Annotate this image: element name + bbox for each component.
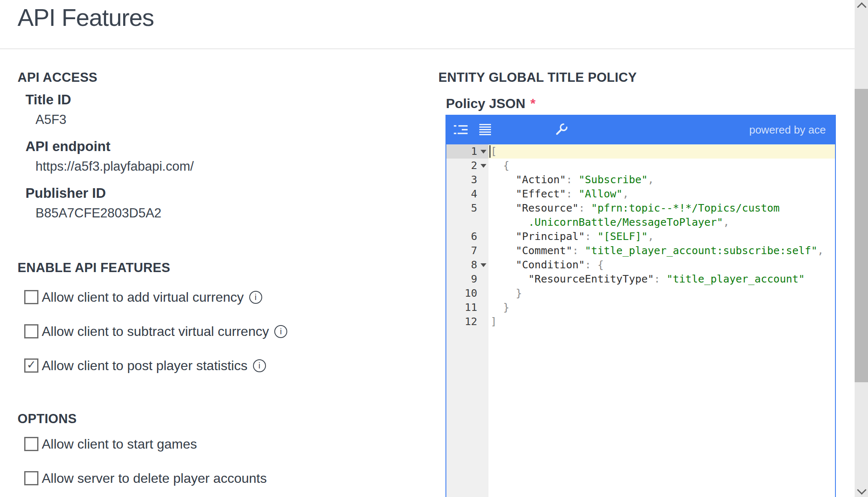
code-token: [: [491, 145, 497, 157]
code-line[interactable]: {: [488, 159, 835, 173]
ace-editor[interactable]: 123456789101112 [ { "Action": "Subscribe…: [446, 144, 835, 497]
checkbox-label: Allow client to subtract virtual currenc…: [42, 324, 269, 339]
policy-json-editor: powered by ace 123456789101112 [ { "Acti…: [445, 115, 836, 497]
api-access-field: API endpointhttps://a5f3.playfabapi.com/: [25, 139, 194, 174]
code-token: [491, 188, 516, 200]
code-line[interactable]: "Action": "Subscribe",: [488, 173, 835, 187]
editor-toolbar: powered by ace: [446, 115, 835, 144]
checkbox[interactable]: [24, 324, 38, 338]
code-token: "Resource": [516, 202, 579, 214]
checkbox[interactable]: ✓: [24, 358, 38, 373]
checkbox-row: ✓Allow client to post player statisticsi: [24, 358, 287, 373]
code-token: "Allow": [579, 188, 623, 200]
page-title: API Features: [18, 3, 154, 31]
page-scrollbar[interactable]: [855, 0, 868, 497]
fold-arrow-icon[interactable]: [481, 164, 486, 168]
checkbox-row: Allow client to subtract virtual currenc…: [24, 324, 287, 339]
code-token: "Comment": [516, 245, 572, 257]
code-token: "ResourceEntityType": [528, 273, 654, 285]
gutter-line-number: 3: [446, 173, 488, 187]
info-icon[interactable]: i: [274, 325, 287, 338]
code-token: }: [491, 287, 522, 299]
field-label: API endpoint: [25, 139, 194, 154]
code-token: [491, 174, 516, 186]
code-token: ,: [817, 245, 824, 257]
indent-settings-icon[interactable]: [454, 125, 468, 135]
gutter-line-number: 5: [446, 201, 488, 215]
field-value: B85A7CFE2803D5A2: [35, 206, 162, 221]
gutter-line-number: 12: [446, 315, 488, 329]
code-token: :: [566, 188, 579, 200]
checkbox-label: Allow client to add virtual currency: [42, 290, 244, 305]
code-token: {: [491, 159, 509, 172]
code-token: [491, 216, 528, 228]
code-line[interactable]: }: [488, 286, 835, 300]
gutter-line-number: 10: [446, 286, 488, 300]
code-token: ,: [648, 174, 654, 186]
code-token: "Effect": [516, 188, 566, 200]
code-token: [491, 245, 516, 257]
field-value: A5F3: [35, 112, 71, 127]
code-token: }: [491, 301, 509, 313]
text-cursor: [489, 145, 491, 158]
code-token: "Subscribe": [579, 174, 648, 186]
code-line[interactable]: }: [488, 300, 835, 315]
gutter-line-number: 9: [446, 272, 488, 286]
checkbox-label: Allow client to post player statistics: [42, 358, 248, 373]
code-line[interactable]: "Condition": {: [488, 258, 835, 272]
code-line[interactable]: "Effect": "Allow",: [488, 187, 835, 201]
section-heading-options: OPTIONS: [18, 411, 77, 426]
gutter-line-number: 7: [446, 244, 488, 258]
code-token: "[SELF]": [597, 230, 648, 242]
checkbox[interactable]: [24, 437, 38, 451]
code-token: ,: [623, 188, 629, 200]
code-line[interactable]: "Resource": "pfrn:topic--*!*/Topics/cust…: [488, 201, 835, 215]
code-line[interactable]: ]: [488, 315, 835, 329]
gutter-line-number: 6: [446, 230, 488, 244]
code-token: : {: [585, 259, 604, 271]
code-token: "title_player_account": [666, 273, 805, 285]
required-asterisk: *: [530, 96, 535, 111]
field-label: Title ID: [25, 92, 71, 108]
gutter-line-number: 11: [446, 300, 488, 315]
scrollbar-thumb[interactable]: [855, 89, 868, 382]
code-token: .UnicornBattle/MessageToPlayer": [528, 216, 723, 228]
powered-by-ace-label: powered by ace: [749, 123, 826, 136]
info-icon[interactable]: i: [249, 291, 262, 304]
checkbox[interactable]: [24, 471, 38, 485]
code-token: ,: [648, 230, 654, 242]
field-value: https://a5f3.playfabapi.com/: [35, 159, 194, 174]
editor-gutter: 123456789101112: [446, 144, 488, 497]
header-divider: [0, 48, 855, 49]
field-label: Publisher ID: [25, 185, 162, 201]
code-token: ,: [723, 216, 729, 228]
gutter-line-number: 4: [446, 187, 488, 201]
api-access-field: Publisher IDB85A7CFE2803D5A2: [25, 185, 162, 221]
wrench-settings-icon[interactable]: [554, 122, 569, 137]
code-token: [491, 230, 516, 242]
policy-json-label: Policy JSON*: [446, 96, 536, 111]
code-token: :: [572, 245, 585, 257]
gutter-line-number: 8: [446, 258, 488, 272]
checkbox-label: Allow client to start games: [42, 436, 197, 452]
gutter-line-number: 2: [446, 159, 488, 173]
code-line[interactable]: "ResourceEntityType": "title_player_acco…: [488, 272, 835, 286]
code-line[interactable]: "Principal": "[SELF]",: [488, 230, 835, 244]
code-line[interactable]: "Comment": "title_player_account:subscri…: [488, 244, 835, 258]
code-line[interactable]: [: [488, 144, 835, 159]
code-line[interactable]: .UnicornBattle/MessageToPlayer",: [488, 215, 835, 230]
checkbox[interactable]: [24, 290, 38, 304]
gutter-line-number: [446, 215, 488, 230]
scroll-down-icon[interactable]: [857, 485, 867, 495]
fold-arrow-icon[interactable]: [481, 263, 486, 267]
code-token: :: [654, 273, 666, 285]
editor-code-content[interactable]: [ { "Action": "Subscribe", "Effect": "Al…: [488, 144, 835, 497]
code-token: :: [585, 230, 597, 242]
code-token: "Condition": [516, 259, 585, 271]
scroll-up-icon[interactable]: [857, 3, 867, 12]
fold-arrow-icon[interactable]: [481, 150, 486, 154]
info-icon[interactable]: i: [253, 359, 266, 372]
checkbox-row: Allow client to start games: [24, 436, 267, 452]
align-lines-icon[interactable]: [479, 124, 491, 135]
checkbox-label: Allow server to delete player accounts: [42, 471, 267, 486]
